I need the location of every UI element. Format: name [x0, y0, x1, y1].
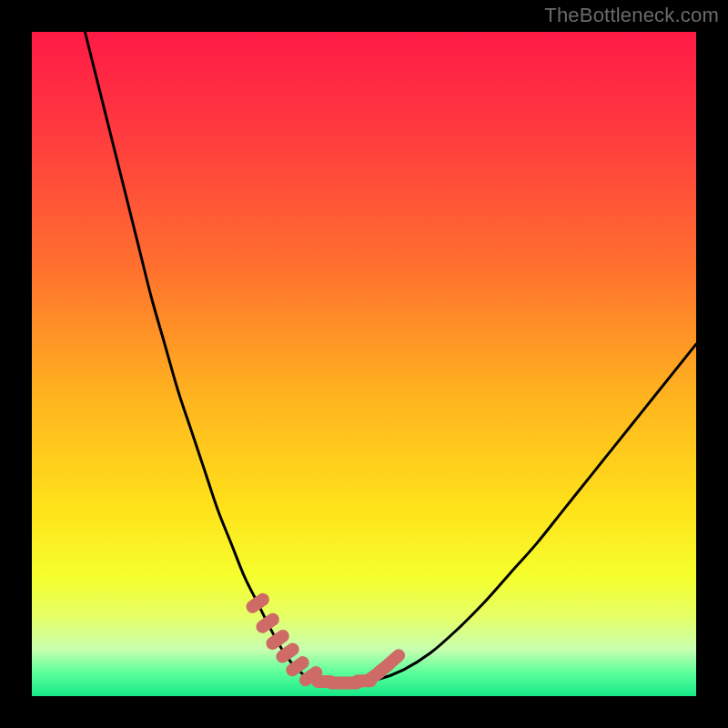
- bottleneck-chart: [32, 32, 696, 696]
- watermark-text: TheBottleneck.com: [544, 4, 719, 27]
- plot-area: [32, 32, 696, 696]
- gradient-background: [32, 32, 696, 696]
- chart-frame: TheBottleneck.com: [0, 0, 728, 728]
